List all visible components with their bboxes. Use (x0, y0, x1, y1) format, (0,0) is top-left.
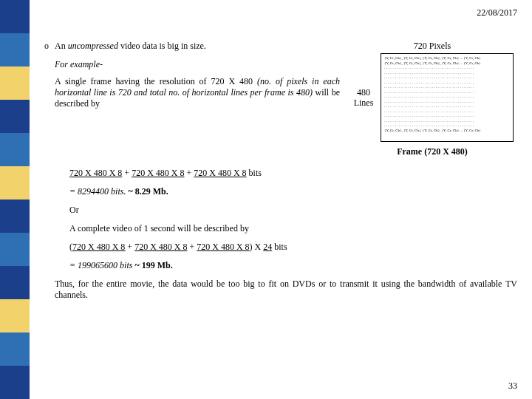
calc-line-4: (720 X 480 X 8 + 720 X 480 X 8 + 720 X 4… (69, 242, 517, 253)
figure-caption: Frame (720 X 480) (347, 146, 517, 157)
decorative-sidebar (0, 0, 30, 399)
calc-line-1: 720 X 480 X 8 + 720 X 480 X 8 + 720 X 48… (69, 168, 517, 179)
conclusion-text: Thus, for the entire movie, the data wou… (55, 279, 517, 301)
figure-top-label: 720 Pixels (347, 41, 517, 52)
page-number: 33 (508, 381, 517, 392)
bullet-item: o An uncompressed video data is big in s… (44, 41, 340, 52)
figure-box: {Y, Cr, Cb}, {Y, Cr, Cb}, {Y, Cr, Cb}, {… (381, 53, 514, 142)
calc-or: Or (69, 205, 517, 216)
bullet-marker: o (44, 41, 55, 52)
figure-left-label: 480 Lines (351, 87, 376, 109)
frame-description: A single frame having the resolution of … (55, 76, 340, 109)
page-content: 22/08/2017 o An uncompressed video data … (44, 7, 517, 392)
calc-line-5: = 199065600 bits ~ 199 Mb. (69, 260, 517, 271)
example-label: For example- (55, 59, 340, 70)
calc-line-3: A complete video of 1 second will be des… (69, 223, 517, 234)
calculation-block: 720 X 480 X 8 + 720 X 480 X 8 + 720 X 48… (69, 168, 517, 271)
page-date: 22/08/2017 (44, 7, 517, 18)
frame-figure: 720 Pixels 480 Lines {Y, Cr, Cb}, {Y, Cr… (347, 41, 517, 157)
bullet-text: An uncompressed video data is big in siz… (55, 41, 340, 52)
calc-line-2: = 8294400 bits. ~ 8.29 Mb. (69, 186, 517, 197)
